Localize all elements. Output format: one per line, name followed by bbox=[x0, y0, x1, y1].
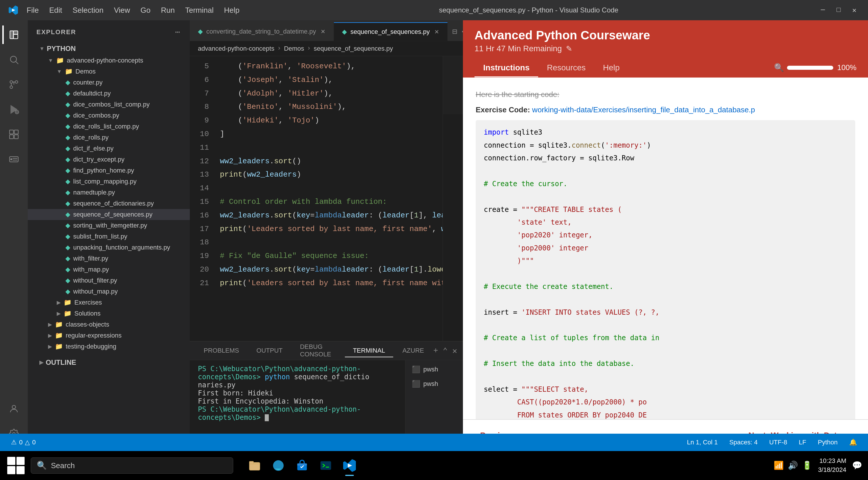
status-eol[interactable]: LF bbox=[796, 438, 809, 447]
battery-icon[interactable]: 🔋 bbox=[802, 460, 812, 471]
right-panel-content[interactable]: Here is the starting code: Exercise Code… bbox=[463, 78, 868, 419]
list-item[interactable]: ◆dict_try_except.py bbox=[28, 154, 190, 165]
testing-folder[interactable]: ▶ 📁 testing-debugging bbox=[28, 341, 190, 352]
list-item[interactable]: ◆sublist_from_list.py bbox=[28, 231, 190, 242]
menu-selection[interactable]: Selection bbox=[73, 6, 103, 15]
menu-file[interactable]: File bbox=[27, 6, 39, 15]
split-editor-icon[interactable]: ⊟ bbox=[452, 27, 457, 36]
tab-converting[interactable]: ◆ converting_date_string_to_datetime.py … bbox=[190, 22, 334, 41]
tab-sequences-label: sequence_of_sequences.py bbox=[350, 28, 430, 36]
maximize-button[interactable]: □ bbox=[834, 5, 843, 16]
list-item[interactable]: ◆without_filter.py bbox=[28, 275, 190, 286]
list-item[interactable]: ◆dict_if_else.py bbox=[28, 143, 190, 154]
solutions-folder[interactable]: ▶ 📁 Solutions bbox=[28, 308, 190, 319]
terminal-shell-item-2[interactable]: ⬛ pwsh bbox=[408, 378, 460, 390]
list-item[interactable]: ◆unpacking_function_arguments.py bbox=[28, 242, 190, 253]
status-notifications-icon[interactable]: 🔔 bbox=[846, 438, 860, 447]
remote-activity-icon[interactable] bbox=[2, 148, 26, 171]
status-spaces[interactable]: Spaces: 4 bbox=[726, 438, 761, 447]
window-title: sequence_of_sequences.py - Python - Visu… bbox=[245, 6, 812, 14]
taskbar-app-vscode[interactable] bbox=[339, 454, 361, 477]
taskbar-app-store[interactable] bbox=[291, 454, 313, 477]
python-section[interactable]: PYTHON bbox=[28, 42, 190, 55]
search-icon[interactable]: 🔍 bbox=[774, 63, 784, 73]
status-encoding[interactable]: UTF-8 bbox=[766, 438, 790, 447]
breadcrumb-demos[interactable]: Demos bbox=[284, 45, 304, 52]
search-activity-icon[interactable] bbox=[2, 48, 26, 71]
account-activity-icon[interactable] bbox=[2, 397, 26, 420]
list-item[interactable]: ◆list_comp_mapping.py bbox=[28, 176, 190, 187]
list-item[interactable]: ◆defaultdict.py bbox=[28, 88, 190, 99]
menu-run[interactable]: Run bbox=[161, 6, 175, 15]
status-position[interactable]: Ln 1, Col 1 bbox=[684, 438, 720, 447]
taskbar-time[interactable]: 10:23 AM 3/18/2024 bbox=[818, 456, 846, 475]
menu-help[interactable]: Help bbox=[224, 6, 239, 15]
menu-edit[interactable]: Edit bbox=[49, 6, 62, 15]
start-button[interactable] bbox=[6, 455, 26, 476]
terminal-close-icon[interactable]: ✕ bbox=[452, 346, 457, 356]
status-language[interactable]: Python bbox=[815, 438, 841, 447]
menu-terminal[interactable]: Terminal bbox=[185, 6, 214, 15]
extensions-activity-icon[interactable] bbox=[2, 123, 26, 146]
taskbar-search[interactable]: 🔍 Search bbox=[31, 457, 233, 474]
nav-help[interactable]: Help bbox=[594, 58, 628, 77]
nav-instructions[interactable]: Instructions bbox=[474, 58, 538, 77]
terminal-shell-item-1[interactable]: ⬛ pwsh bbox=[408, 363, 460, 376]
source-control-activity-icon[interactable] bbox=[2, 73, 26, 96]
taskbar-right: 📶 🔊 🔋 10:23 AM 3/18/2024 💬 bbox=[774, 456, 862, 475]
tab-debug-console[interactable]: DEBUG CONSOLE bbox=[292, 341, 344, 361]
list-item[interactable]: ◆dice_rolls.py bbox=[28, 132, 190, 143]
minimize-button[interactable]: ─ bbox=[818, 5, 828, 16]
status-errors[interactable]: ⚠ 0 △ 0 bbox=[8, 438, 39, 447]
tab-sequences[interactable]: ◆ sequence_of_sequences.py ✕ bbox=[334, 22, 447, 41]
list-item[interactable]: ◆sorting_with_itemgetter.py bbox=[28, 220, 190, 231]
list-item[interactable]: ◆counter.py bbox=[28, 77, 190, 88]
network-icon[interactable]: 📶 bbox=[774, 460, 784, 471]
taskbar-app-edge[interactable] bbox=[267, 454, 289, 477]
list-item[interactable]: ◆find_python_home.py bbox=[28, 165, 190, 176]
classes-folder[interactable]: ▶ 📁 classes-objects bbox=[28, 319, 190, 330]
terminal-expand-icon[interactable]: ⌃ bbox=[443, 346, 447, 356]
breadcrumb-file[interactable]: sequence_of_sequences.py bbox=[314, 45, 393, 52]
tab-problems[interactable]: PROBLEMS bbox=[195, 344, 247, 357]
run-activity-icon[interactable] bbox=[2, 98, 26, 121]
menu-view[interactable]: View bbox=[114, 6, 130, 15]
tab-terminal[interactable]: TERMINAL bbox=[345, 344, 393, 357]
terminal-add-icon[interactable]: + bbox=[433, 346, 438, 355]
explorer-icon[interactable] bbox=[2, 23, 26, 46]
sidebar-new-file-icon[interactable]: ⋯ bbox=[174, 26, 181, 38]
tab-azure[interactable]: AZURE bbox=[394, 344, 432, 357]
outline-section[interactable]: OUTLINE bbox=[28, 356, 190, 369]
code-content[interactable]: ('Franklin', 'Roosevelt'), ('Joseph', 'S… bbox=[213, 56, 443, 341]
error-count: 0 bbox=[19, 439, 23, 446]
list-item[interactable]: ◆dice_combos.py bbox=[28, 110, 190, 121]
list-item[interactable]: ◆without_map.py bbox=[28, 286, 190, 297]
regex-folder[interactable]: ▶ 📁 regular-expressions bbox=[28, 330, 190, 341]
list-item[interactable]: ◆namedtuple.py bbox=[28, 187, 190, 198]
tab-output[interactable]: OUTPUT bbox=[248, 344, 290, 357]
list-item[interactable]: ◆sequence_of_sequences.py bbox=[28, 209, 190, 220]
menu-go[interactable]: Go bbox=[141, 6, 151, 15]
volume-icon[interactable]: 🔊 bbox=[788, 460, 798, 471]
tab-sequences-close[interactable]: ✕ bbox=[434, 28, 439, 35]
list-item[interactable]: ◆sequence_of_dictionaries.py bbox=[28, 198, 190, 209]
solutions-folder-label: Solutions bbox=[74, 310, 101, 317]
root-folder[interactable]: ▼ 📁 advanced-python-concepts bbox=[28, 55, 190, 66]
taskbar-app-fileexplorer[interactable] bbox=[244, 454, 266, 477]
list-item[interactable]: ◆with_filter.py bbox=[28, 253, 190, 264]
tab-converting-close[interactable]: ✕ bbox=[320, 28, 326, 35]
code-editor[interactable]: 5 6 7 8 9 10 11 12 13 14 15 16 17 18 19 … bbox=[190, 56, 463, 341]
svg-point-17 bbox=[11, 159, 12, 160]
list-item[interactable]: ◆dice_combos_list_comp.py bbox=[28, 99, 190, 110]
nav-resources[interactable]: Resources bbox=[538, 58, 594, 77]
list-item[interactable]: ◆dice_rolls_list_comp.py bbox=[28, 121, 190, 132]
list-item[interactable]: ◆with_map.py bbox=[28, 264, 190, 275]
edit-icon[interactable]: ✎ bbox=[566, 44, 572, 53]
breadcrumb-root[interactable]: advanced-python-concepts bbox=[198, 45, 274, 52]
taskbar-app-terminal[interactable] bbox=[315, 454, 337, 477]
demos-folder[interactable]: ▼ 📁 Demos bbox=[28, 66, 190, 77]
notification-icon[interactable]: 💬 bbox=[852, 460, 862, 471]
exercises-folder[interactable]: ▶ 📁 Exercises bbox=[28, 297, 190, 308]
close-button[interactable]: ✕ bbox=[849, 5, 859, 16]
main-layout: EXPLORER ⋯ PYTHON ▼ 📁 advanced-python-co… bbox=[0, 20, 868, 451]
